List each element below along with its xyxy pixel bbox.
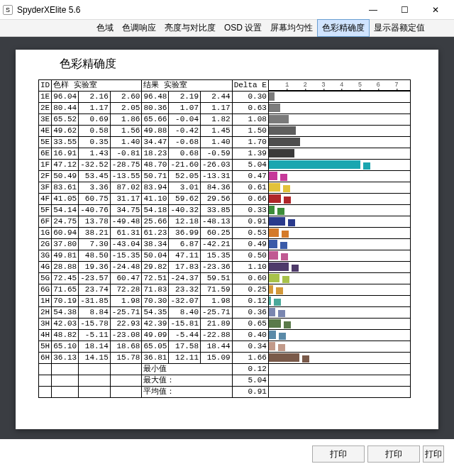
result-val: -0.42 bbox=[169, 126, 201, 137]
sample-val: 1.98 bbox=[110, 296, 142, 307]
row-id: 4G bbox=[39, 262, 52, 273]
deltae-val: 0.50 bbox=[232, 250, 268, 262]
result-val: 2.44 bbox=[201, 92, 233, 103]
tab-2[interactable]: 亮度与对比度 bbox=[160, 20, 220, 36]
deltae-val: 0.65 bbox=[232, 319, 268, 330]
window-title: SpyderXElite 5.6 bbox=[17, 5, 358, 15]
sample-val: 0.58 bbox=[79, 126, 111, 137]
sample-val: -40.76 bbox=[79, 205, 111, 216]
sample-val: 15.78 bbox=[110, 353, 142, 364]
page-title: 色彩精确度 bbox=[60, 57, 116, 72]
result-val: 34.47 bbox=[142, 137, 169, 148]
deltae-bar bbox=[269, 228, 279, 237]
result-val: 72.51 bbox=[142, 273, 169, 284]
close-button[interactable]: ✕ bbox=[420, 0, 451, 20]
titlebar: S SpyderXElite 5.6 — ☐ ✕ bbox=[0, 0, 454, 20]
result-val: 29.56 bbox=[201, 194, 233, 205]
deltae-val: 5.04 bbox=[232, 160, 268, 171]
result-val: 59.62 bbox=[169, 194, 201, 205]
print-button-3[interactable]: 打印 bbox=[423, 445, 444, 463]
row-id: 4E bbox=[39, 126, 52, 137]
deltae-val: 0.33 bbox=[232, 205, 268, 216]
deltae-val: 0.53 bbox=[232, 228, 268, 239]
summary-row: 平均值：0.91 bbox=[39, 387, 411, 398]
sample-val: -13.55 bbox=[110, 171, 142, 182]
result-val: 48.70 bbox=[142, 160, 169, 171]
color-swatch bbox=[282, 231, 289, 238]
result-val: 2.19 bbox=[169, 92, 201, 103]
tab-bar: 色域色调响应亮度与对比度OSD 设置屏幕均匀性色彩精确度显示器额定值 bbox=[0, 20, 454, 37]
row-id: 1E bbox=[39, 92, 52, 103]
result-val: 29.82 bbox=[142, 262, 169, 273]
result-val: -32.07 bbox=[169, 296, 201, 307]
print-button[interactable]: 打印 bbox=[312, 445, 365, 463]
col-id: ID bbox=[39, 80, 52, 92]
sample-val: -28.75 bbox=[110, 160, 142, 171]
print-button-2[interactable]: 打印 bbox=[367, 445, 420, 463]
minimize-button[interactable]: — bbox=[358, 0, 389, 20]
result-val: 15.09 bbox=[201, 353, 233, 364]
color-swatch bbox=[288, 219, 295, 226]
color-swatch bbox=[280, 242, 287, 249]
table-row: 3E65.520.691.8665.66-0.041.821.08 bbox=[39, 114, 411, 126]
result-val: 33.85 bbox=[201, 205, 233, 216]
bar-cell bbox=[268, 273, 410, 284]
sample-val: 49.81 bbox=[52, 250, 79, 262]
tab-3[interactable]: OSD 设置 bbox=[220, 20, 266, 36]
tab-0[interactable]: 色域 bbox=[92, 20, 118, 36]
result-val: -42.21 bbox=[201, 239, 233, 250]
table-row: 1G60.9438.2161.3161.2336.9960.250.53 bbox=[39, 228, 411, 239]
sample-val: 49.62 bbox=[52, 126, 79, 137]
maximize-button[interactable]: ☐ bbox=[389, 0, 420, 20]
row-id: 2E bbox=[39, 103, 52, 114]
sample-val: -5.11 bbox=[79, 330, 111, 341]
result-val: 61.23 bbox=[142, 228, 169, 239]
sample-val: 53.45 bbox=[79, 171, 111, 182]
bar-cell bbox=[268, 307, 410, 319]
table-row: 4H48.82-5.11-23.0849.09-5.44-22.880.40 bbox=[39, 330, 411, 341]
table-row: 6F24.7513.78-49.4825.6612.18-48.130.91 bbox=[39, 216, 411, 228]
result-val: -48.13 bbox=[201, 216, 233, 228]
sample-val: 38.21 bbox=[79, 228, 111, 239]
sample-val: -32.52 bbox=[79, 160, 111, 171]
color-swatch bbox=[276, 287, 283, 294]
sample-val: -15.35 bbox=[110, 250, 142, 262]
result-val: 36.81 bbox=[142, 353, 169, 364]
tab-4[interactable]: 屏幕均匀性 bbox=[266, 20, 317, 36]
deltae-bar bbox=[269, 251, 278, 260]
result-val: 1.40 bbox=[201, 137, 233, 148]
sample-val: 41.05 bbox=[52, 194, 79, 205]
deltae-bar bbox=[269, 274, 279, 282]
table-row: 5H65.1018.1418.6865.0517.5818.440.34 bbox=[39, 341, 411, 353]
deltae-val: 0.30 bbox=[232, 92, 268, 103]
result-val: 54.18 bbox=[142, 205, 169, 216]
bar-cell bbox=[268, 160, 410, 171]
sample-val: 70.19 bbox=[52, 296, 79, 307]
summary-row: 最小值0.12 bbox=[39, 364, 411, 375]
footer-bar: 打印 打印 打印 bbox=[0, 439, 454, 469]
result-val: 38.34 bbox=[142, 239, 169, 250]
result-val: 18.23 bbox=[142, 148, 169, 160]
col-sample: 色样 实验室 bbox=[52, 80, 142, 92]
row-id: 4H bbox=[39, 330, 52, 341]
tab-1[interactable]: 色调响应 bbox=[118, 20, 160, 36]
sample-val: -23.08 bbox=[110, 330, 142, 341]
deltae-val: 0.40 bbox=[232, 330, 268, 341]
chart-axis: 1234567 bbox=[268, 80, 410, 92]
result-val: 0.68 bbox=[169, 148, 201, 160]
table-row: 4G28.8819.36-24.4829.8217.83-23.361.10 bbox=[39, 262, 411, 273]
result-val: 52.05 bbox=[169, 171, 201, 182]
deltae-bar bbox=[269, 217, 285, 226]
tab-6[interactable]: 显示器额定值 bbox=[370, 20, 429, 36]
sample-val: 14.15 bbox=[79, 353, 111, 364]
bar-cell bbox=[268, 250, 410, 262]
sample-val: 0.35 bbox=[79, 137, 111, 148]
deltae-val: 1.70 bbox=[232, 137, 268, 148]
tab-5[interactable]: 色彩精确度 bbox=[317, 19, 370, 37]
sample-val: 48.50 bbox=[79, 250, 111, 262]
sample-val: 18.68 bbox=[110, 341, 142, 353]
result-val: 8.40 bbox=[169, 307, 201, 319]
sample-val: 1.40 bbox=[110, 137, 142, 148]
sample-val: 48.82 bbox=[52, 330, 79, 341]
bar-cell bbox=[268, 284, 410, 296]
